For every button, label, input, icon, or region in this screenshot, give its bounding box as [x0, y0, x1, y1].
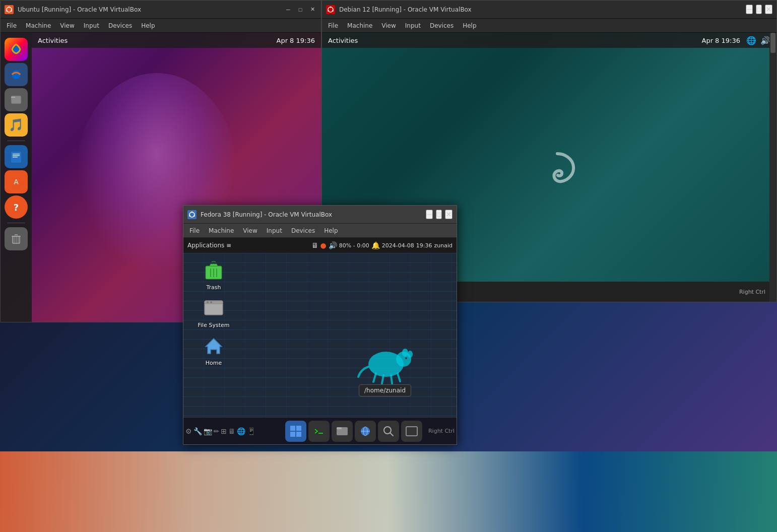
fedora-close-button[interactable]: ✕ [445, 210, 452, 219]
fedora-taskbar-search[interactable] [378, 421, 399, 442]
ubuntu-dock-separator [7, 141, 25, 141]
fedora-wallpaper: Applications ≡ 🖥 ● 🔊 80% - 0:00 🔔 2024-0… [183, 238, 457, 444]
svg-marker-36 [206, 339, 222, 354]
svg-line-44 [391, 375, 392, 383]
fedora-taskbar-globe[interactable] [355, 421, 376, 442]
svg-point-22 [328, 10, 329, 12]
debian-menu-help[interactable]: Help [459, 21, 480, 30]
svg-point-3 [11, 10, 12, 12]
fedora-time: 19:36 [416, 242, 432, 249]
ubuntu-vm-icon [5, 5, 14, 14]
svg-text:A: A [14, 178, 19, 186]
svg-rect-53 [337, 427, 342, 429]
fedora-taskbar-icon-3: 📷 [204, 427, 212, 435]
fedora-user: zunaid [434, 242, 453, 249]
svg-line-58 [390, 433, 393, 436]
fedora-menu-devices[interactable]: Devices [287, 226, 319, 235]
svg-point-1 [9, 6, 10, 8]
ubuntu-menu-help[interactable]: Help [137, 21, 159, 30]
ubuntu-dock-firefox[interactable] [5, 38, 28, 61]
svg-rect-10 [13, 155, 20, 156]
ubuntu-menu-machine[interactable]: Machine [22, 21, 55, 30]
svg-rect-47 [296, 426, 301, 431]
debian-menu-devices[interactable]: Devices [426, 21, 458, 30]
debian-scrollbar[interactable] [769, 33, 776, 302]
fedora-icon-filesystem[interactable]: File System [193, 296, 234, 328]
fedora-taskbar-desktop[interactable] [285, 421, 306, 442]
ubuntu-clock: Apr 8 19:36 [277, 37, 315, 44]
debian-close-button[interactable]: ✕ [765, 5, 772, 14]
ubuntu-menubar: File Machine View Input Devices Help [1, 19, 321, 33]
fedora-menu-view[interactable]: View [239, 226, 261, 235]
svg-rect-48 [290, 432, 295, 437]
fedora-monitor-icon: 🖥 [311, 241, 318, 249]
debian-network-icon: 🌐 [746, 36, 756, 45]
debian-topbar: Activities Apr 8 19:36 🌐 🔊 [322, 33, 776, 48]
ubuntu-dock-appstore[interactable]: A [5, 170, 28, 193]
fedora-icon-home[interactable]: Home [193, 334, 234, 366]
ubuntu-menu-input[interactable]: Input [80, 21, 103, 30]
fedora-taskbar-files[interactable] [332, 421, 353, 442]
ubuntu-window-controls[interactable]: ─ □ ✕ [284, 5, 317, 14]
svg-rect-59 [406, 427, 417, 436]
debian-maximize-button[interactable]: □ [756, 5, 762, 14]
ubuntu-dock-rhythmbox[interactable]: 🎵 [5, 113, 28, 137]
debian-menu-machine[interactable]: Machine [343, 21, 376, 30]
fedora-menu-machine[interactable]: Machine [205, 226, 238, 235]
debian-minimize-button[interactable]: ─ [746, 5, 752, 14]
fedora-bell-icon: 🔔 [371, 241, 380, 249]
fedora-applications[interactable]: Applications ≡ [187, 242, 231, 249]
fedora-desktop-icons: Trash File System [193, 258, 234, 366]
ubuntu-topbar: Activities Apr 8 19:36 [32, 33, 321, 48]
fedora-home-tooltip: /home/zunaid [359, 384, 411, 396]
fedora-minimize-button[interactable]: ─ [426, 210, 432, 219]
fedora-taskbar-terminal[interactable] [308, 421, 330, 442]
ubuntu-activities[interactable]: Activities [38, 37, 68, 44]
ubuntu-minimize-button[interactable]: ─ [284, 5, 293, 14]
debian-right-ctrl: Right Ctrl [739, 289, 765, 295]
fedora-vm-icon [187, 210, 197, 219]
ubuntu-close-button[interactable]: ✕ [308, 5, 317, 14]
svg-point-34 [207, 301, 209, 303]
fedora-taskbar-icon-1: ⚙ [185, 427, 192, 435]
ubuntu-window-title: Ubuntu [Running] - Oracle VM VirtualBox [18, 6, 280, 13]
ubuntu-menu-view[interactable]: View [56, 21, 78, 30]
ubuntu-dock-files[interactable] [5, 88, 28, 111]
debian-menu-view[interactable]: View [377, 21, 400, 30]
svg-point-25 [191, 211, 193, 213]
fedora-vm-window[interactable]: Fedora 38 [Running] - Oracle VM VirtualB… [183, 205, 457, 445]
fedora-menubar: File Machine View Input Devices Help [183, 224, 457, 238]
fedora-icon-filesystem-label: File System [198, 322, 230, 328]
fedora-maximize-button[interactable]: □ [436, 210, 442, 219]
fedora-desktop[interactable]: Applications ≡ 🖥 ● 🔊 80% - 0:00 🔔 2024-0… [183, 238, 457, 444]
ubuntu-menu-file[interactable]: File [3, 21, 21, 30]
debian-window-controls[interactable]: ─ □ ✕ [746, 5, 772, 14]
fedora-taskbar-icon-5: ⊞ [221, 427, 227, 435]
fedora-window-controls[interactable]: ─ □ ✕ [426, 210, 452, 219]
svg-point-23 [332, 10, 334, 12]
debian-vm-icon [326, 5, 335, 14]
svg-point-41 [405, 357, 407, 359]
debian-menu-file[interactable]: File [324, 21, 342, 30]
fedora-menu-file[interactable]: File [185, 226, 204, 235]
ubuntu-dock-help[interactable]: ? [5, 195, 28, 219]
ubuntu-menu-devices[interactable]: Devices [104, 21, 136, 30]
fedora-trash-icon-img [202, 258, 226, 282]
fedora-taskbar-icon-8: 📱 [247, 427, 255, 435]
ubuntu-dock-thunderbird[interactable] [5, 63, 28, 86]
fedora-window-title: Fedora 38 [Running] - Oracle VM VirtualB… [201, 211, 422, 218]
debian-activities[interactable]: Activities [328, 37, 358, 44]
debian-window-title: Debian 12 [Running] - Oracle VM VirtualB… [339, 6, 742, 13]
ubuntu-maximize-button[interactable]: □ [296, 5, 305, 14]
svg-rect-9 [13, 154, 20, 155]
fedora-icon-trash[interactable]: Trash [193, 258, 234, 291]
debian-scrollbar-thumb[interactable] [770, 33, 775, 53]
fedora-menu-help[interactable]: Help [320, 226, 342, 235]
ubuntu-dock-writer[interactable] [5, 145, 28, 168]
fedora-menu-input[interactable]: Input [263, 226, 286, 235]
debian-titlebar: Debian 12 [Running] - Oracle VM VirtualB… [322, 1, 776, 19]
ubuntu-dock-trash[interactable] [5, 227, 28, 250]
svg-point-39 [402, 349, 408, 357]
fedora-taskbar-extra[interactable] [401, 421, 422, 442]
debian-menu-input[interactable]: Input [401, 21, 425, 30]
